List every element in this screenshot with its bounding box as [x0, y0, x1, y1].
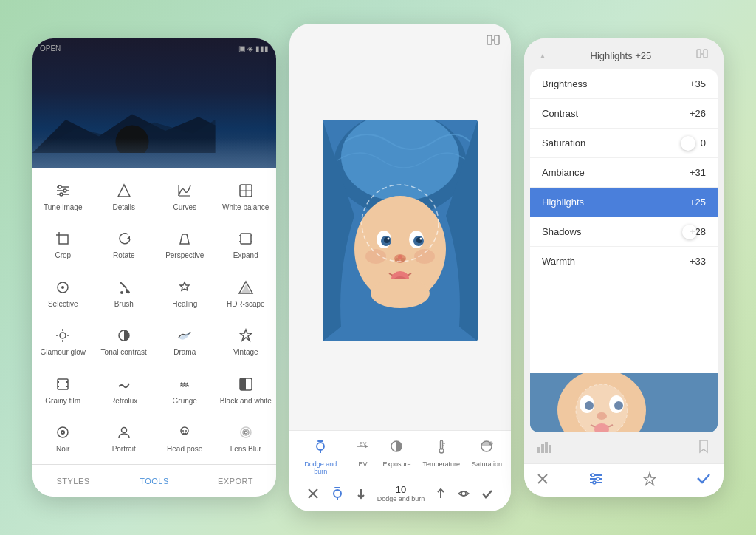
status-bar: OPEN ▣ ◈ ▮▮▮ [40, 44, 269, 52]
perspective-icon [175, 229, 194, 248]
phone3-bottom-icons [524, 432, 724, 463]
compare-icon[interactable] [486, 33, 501, 50]
crop-label: Crop [55, 251, 71, 260]
svg-rect-81 [317, 440, 323, 442]
histogram-icon[interactable] [536, 438, 552, 457]
tool-perspective[interactable]: Perspective [154, 219, 216, 268]
saturation-slider-handle[interactable] [681, 136, 695, 151]
tool-tonal-contrast[interactable]: Tonal contrast [94, 316, 155, 365]
details-label: Details [112, 203, 135, 212]
phone2-frame: Dodge and burn EV EV Exposure Temperatur… [289, 24, 511, 511]
expand-label: Expand [233, 251, 258, 260]
phone3-header: ▲ Highlights +25 [524, 38, 724, 69]
toolbar-ev[interactable]: EV EV [348, 438, 377, 475]
drama-icon [175, 326, 194, 345]
healing-label: Healing [172, 300, 197, 309]
tab-styles[interactable]: STYLES [32, 465, 114, 497]
dodge-action[interactable] [330, 486, 345, 501]
tab-export[interactable]: EXPORT [195, 465, 276, 497]
close-button[interactable] [536, 472, 549, 488]
tonal-contrast-icon [114, 326, 134, 345]
bookmark-icon[interactable] [695, 438, 712, 457]
svg-point-49 [182, 430, 184, 432]
adj-shadows[interactable]: Shadows +28 [530, 217, 718, 247]
confirm-action[interactable] [481, 487, 494, 500]
toolbar-dodge-burn[interactable]: Dodge and burn [292, 438, 348, 475]
down-action[interactable] [355, 488, 367, 500]
svg-point-26 [61, 286, 64, 289]
header-up-indicator: ▲ [539, 52, 546, 60]
svg-marker-9 [118, 185, 130, 197]
baby-svg [323, 120, 478, 341]
tool-white-balance[interactable]: White balance [216, 171, 277, 219]
svg-marker-19 [180, 234, 189, 244]
svg-point-122 [597, 477, 599, 480]
glamour-glow-icon [53, 326, 72, 345]
tool-hdr-scape[interactable]: HDR-scape [216, 268, 277, 316]
black-and-white-icon [236, 375, 255, 394]
tool-drama[interactable]: Drama [154, 316, 216, 365]
tool-glamour-glow[interactable]: Glamour glow [32, 316, 94, 365]
adj-saturation[interactable]: Saturation 0 [530, 129, 718, 158]
tool-expand[interactable]: Expand [216, 219, 277, 268]
tool-retrolux[interactable]: Retrolux [94, 364, 155, 413]
svg-point-8 [60, 193, 63, 196]
tool-selective[interactable]: Selective [32, 268, 94, 316]
tool-portrait[interactable]: Portrait [94, 413, 155, 462]
tool-vintage[interactable]: Vintage [216, 316, 277, 365]
adj-highlights[interactable]: Highlights +25 [530, 188, 718, 217]
retrolux-label: Retrolux [110, 397, 137, 406]
tool-rotate[interactable]: Rotate [94, 219, 155, 268]
baby-photo [323, 120, 478, 341]
shadows-slider-handle[interactable] [682, 225, 697, 239]
toolbar-saturation[interactable]: Saturation [466, 438, 508, 475]
tab-tools[interactable]: TOOLS [114, 465, 195, 497]
tool-head-pose[interactable]: Head pose [154, 413, 216, 462]
svg-point-70 [420, 238, 422, 240]
hdr-scape-icon [236, 278, 255, 297]
svg-point-53 [244, 431, 247, 434]
status-open: OPEN [40, 44, 61, 52]
confirm-button[interactable] [695, 470, 712, 491]
svg-rect-113 [541, 444, 544, 453]
tool-lens-blur[interactable]: Lens Blur [216, 413, 277, 462]
tool-crop[interactable]: Crop [32, 219, 94, 268]
toolbar-temperature[interactable]: Temperature [416, 438, 466, 475]
tool-black-and-white[interactable]: Black and white [216, 364, 277, 413]
phone3-frame: ▲ Highlights +25 Brightness +35 Contrast… [524, 38, 724, 497]
tools-grid: Tune image Details Curves White balance [32, 168, 276, 464]
tool-tune-image[interactable]: Tune image [32, 171, 94, 219]
adj-contrast[interactable]: Contrast +26 [530, 99, 718, 129]
adj-brightness[interactable]: Brightness +35 [530, 69, 718, 99]
exposure-label: Exposure [382, 460, 410, 468]
eye-action[interactable] [457, 487, 470, 500]
adj-ambiance[interactable]: Ambiance +31 [530, 158, 718, 188]
crop-icon [53, 229, 72, 248]
cancel-action[interactable] [306, 487, 320, 500]
magic-button[interactable] [642, 471, 657, 489]
svg-point-76 [371, 279, 430, 308]
brush-label: Brush [114, 300, 134, 309]
curves-label: Curves [173, 203, 196, 212]
up-action[interactable] [435, 488, 447, 500]
rotate-icon [114, 229, 134, 248]
tool-brush[interactable]: Brush [94, 268, 155, 316]
tool-grunge[interactable]: Grunge [154, 364, 216, 413]
tool-curves[interactable]: Curves [154, 171, 216, 219]
tool-details[interactable]: Details [94, 171, 155, 219]
adjustments-list: Brightness +35 Contrast +26 Saturation 0… [530, 69, 718, 373]
tool-healing[interactable]: Healing [154, 268, 216, 316]
head-pose-label: Head pose [167, 445, 202, 454]
glamour-glow-label: Glamour glow [40, 348, 86, 357]
sliders-button[interactable] [588, 471, 604, 490]
tool-grainy-film[interactable]: Grainy film [32, 364, 94, 413]
svg-point-62 [414, 249, 435, 264]
tool-noir[interactable]: Noir [32, 413, 94, 462]
grainy-film-icon [53, 375, 72, 394]
svg-point-52 [243, 429, 249, 435]
toolbar-exposure[interactable]: Exposure [377, 438, 416, 475]
adj-warmth[interactable]: Warmth +33 [530, 247, 718, 276]
compare-icon-3[interactable] [695, 47, 709, 64]
svg-point-50 [185, 430, 187, 432]
grunge-icon [175, 375, 194, 394]
